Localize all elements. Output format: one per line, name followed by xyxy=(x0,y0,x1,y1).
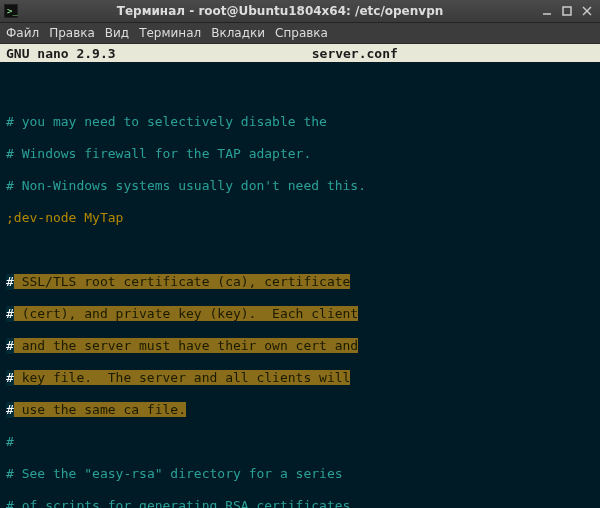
menu-bar: Файл Правка Вид Терминал Вкладки Справка xyxy=(0,23,600,44)
blank-line xyxy=(6,242,594,258)
window-title: Терминал - root@Ubuntu1804x64: /etc/open… xyxy=(24,4,536,18)
minimize-button[interactable] xyxy=(538,3,556,19)
svg-rect-4 xyxy=(563,7,571,15)
blank-line xyxy=(6,82,594,98)
comment-line: # Non-Windows systems usually don't need… xyxy=(6,178,594,194)
terminal-icon: >_ xyxy=(4,4,18,18)
comment-line: # xyxy=(6,434,594,450)
nano-header: GNU nano 2.9.3 server.conf xyxy=(0,44,600,62)
nano-app-label: GNU nano 2.9.3 xyxy=(6,46,116,61)
highlight-line: # use the same ca file. xyxy=(6,402,594,418)
highlight-line: # SSL/TLS root certificate (ca), certifi… xyxy=(6,274,594,290)
menu-file[interactable]: Файл xyxy=(6,26,39,40)
comment-line: # you may need to selectively disable th… xyxy=(6,114,594,130)
terminal-content[interactable]: # you may need to selectively disable th… xyxy=(0,62,600,508)
svg-text:>_: >_ xyxy=(7,6,18,16)
menu-help[interactable]: Справка xyxy=(275,26,328,40)
directive-line: ;dev-node MyTap xyxy=(6,210,594,226)
nano-filename: server.conf xyxy=(116,46,594,61)
close-button[interactable] xyxy=(578,3,596,19)
highlight-line: # (cert), and private key (key). Each cl… xyxy=(6,306,594,322)
highlight-line: # key file. The server and all clients w… xyxy=(6,370,594,386)
comment-line: # See the "easy-rsa" directory for a ser… xyxy=(6,466,594,482)
maximize-button[interactable] xyxy=(558,3,576,19)
menu-tabs[interactable]: Вкладки xyxy=(211,26,265,40)
menu-view[interactable]: Вид xyxy=(105,26,129,40)
window-titlebar: >_ Терминал - root@Ubuntu1804x64: /etc/o… xyxy=(0,0,600,23)
menu-edit[interactable]: Правка xyxy=(49,26,95,40)
comment-line: # Windows firewall for the TAP adapter. xyxy=(6,146,594,162)
highlight-line: # and the server must have their own cer… xyxy=(6,338,594,354)
menu-terminal[interactable]: Терминал xyxy=(139,26,201,40)
comment-line: # of scripts for generating RSA certific… xyxy=(6,498,594,508)
